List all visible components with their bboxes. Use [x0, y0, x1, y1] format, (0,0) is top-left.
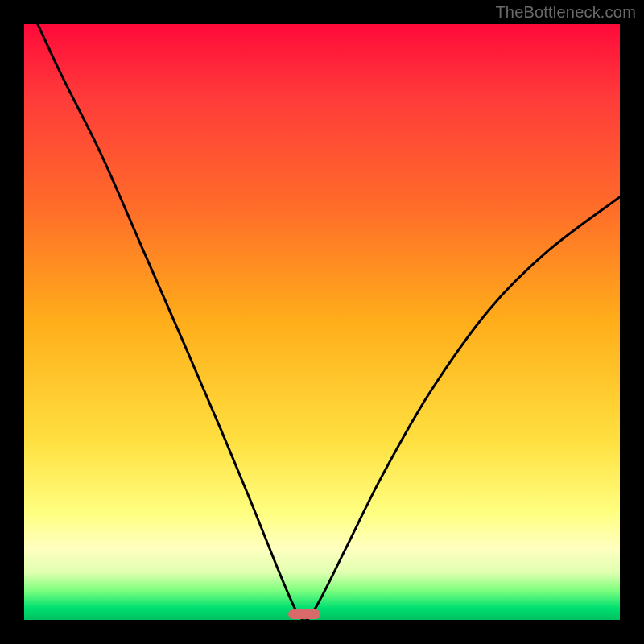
chart-frame: TheBottleneck.com — [0, 0, 644, 644]
optimal-zone-marker — [288, 609, 320, 619]
chart-plot-area — [24, 24, 620, 620]
bottleneck-curve — [24, 24, 620, 620]
curve-path — [24, 24, 620, 620]
watermark-text: TheBottleneck.com — [495, 3, 636, 22]
